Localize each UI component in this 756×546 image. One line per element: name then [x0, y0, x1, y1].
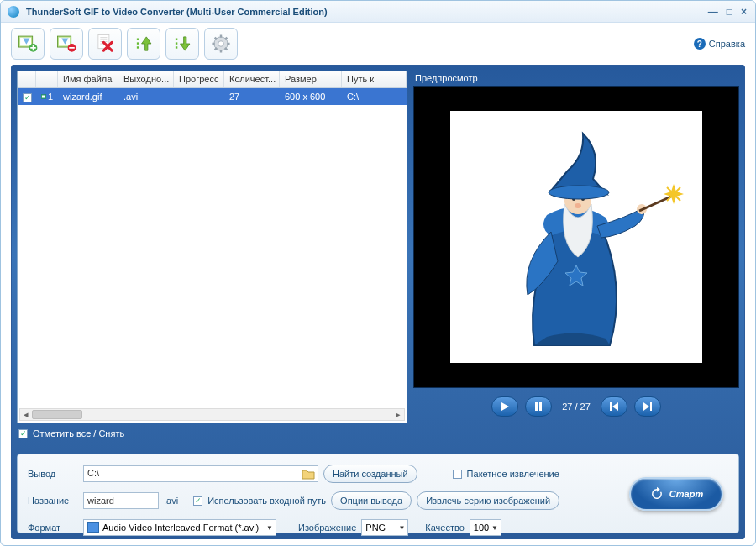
row-checkbox[interactable] — [23, 93, 32, 102]
svg-rect-14 — [176, 42, 177, 44]
row-size: 600 x 600 — [280, 90, 342, 103]
check-all-label[interactable]: Отметить все / Снять — [33, 428, 124, 438]
frame-counter: 27 / 27 — [562, 402, 591, 412]
col-num[interactable] — [36, 71, 58, 87]
row-progress — [174, 95, 224, 98]
file-list-pane: Имя файла Выходно... Прогресс Количест..… — [17, 71, 407, 423]
check-all-checkbox[interactable] — [18, 429, 28, 438]
titlebar: ThunderSoft GIF to Video Converter (Mult… — [1, 1, 755, 23]
format-combo[interactable]: Audio Video Interleaved Format (*.avi) — [83, 519, 276, 536]
app-window: ThunderSoft GIF to Video Converter (Mult… — [0, 0, 756, 546]
batch-extract-checkbox[interactable] — [453, 470, 462, 479]
row-filename: wizard.gif — [58, 90, 118, 103]
window-title: ThunderSoft GIF to Video Converter (Mult… — [26, 7, 328, 17]
scroll-right-icon[interactable]: ▸ — [392, 409, 404, 420]
svg-rect-10 — [137, 42, 139, 44]
play-button[interactable] — [491, 396, 518, 417]
svg-marker-34 — [643, 402, 649, 411]
toolbar: ? Справка — [1, 23, 755, 65]
table-row[interactable]: 1 wizard.gif .avi 27 600 x 600 C:\ — [18, 88, 407, 105]
close-button[interactable]: × — [739, 6, 748, 18]
col-count[interactable]: Количест... — [224, 71, 280, 87]
next-frame-button[interactable] — [634, 396, 661, 417]
svg-rect-33 — [650, 402, 652, 411]
clear-list-button[interactable] — [88, 28, 122, 60]
name-input[interactable] — [83, 492, 159, 509]
col-path[interactable]: Путь к — [342, 71, 407, 87]
start-label: Старт — [669, 489, 703, 499]
maximize-button[interactable]: □ — [725, 6, 734, 18]
remove-file-button[interactable] — [50, 28, 83, 60]
svg-marker-16 — [181, 37, 190, 50]
svg-marker-32 — [612, 402, 618, 411]
svg-line-22 — [639, 196, 673, 211]
help-label: Справка — [709, 39, 745, 49]
name-label: Название — [28, 496, 76, 506]
format-label: Формат — [28, 522, 76, 533]
output-options-button[interactable]: Опции вывода — [331, 491, 412, 510]
svg-point-18 — [218, 41, 224, 47]
svg-rect-11 — [137, 46, 139, 48]
table-header: Имя файла Выходно... Прогресс Количест..… — [18, 71, 407, 88]
image-format-combo[interactable]: PNG — [361, 519, 408, 536]
prev-frame-button[interactable] — [601, 396, 627, 417]
format-avi-icon — [87, 522, 99, 533]
col-output[interactable]: Выходно... — [118, 71, 174, 87]
add-file-button[interactable] — [11, 28, 45, 60]
svg-rect-20 — [42, 96, 45, 98]
file-type-icon — [41, 92, 46, 102]
svg-point-26 — [575, 203, 581, 208]
svg-rect-30 — [539, 402, 542, 411]
col-progress[interactable]: Прогресс — [174, 71, 224, 87]
scroll-thumb[interactable] — [32, 410, 82, 419]
quality-label: Качество — [425, 522, 465, 533]
image-format-label: Изображение — [298, 522, 356, 533]
browse-folder-icon[interactable] — [302, 468, 315, 480]
svg-rect-31 — [610, 402, 612, 411]
help-icon: ? — [694, 38, 706, 50]
col-check[interactable] — [18, 71, 36, 87]
use-input-path-checkbox[interactable] — [193, 496, 202, 506]
check-all-row: Отметить все / Снять — [18, 428, 124, 438]
svg-rect-15 — [176, 46, 177, 48]
svg-point-27 — [549, 186, 609, 199]
quality-combo[interactable]: 100 — [470, 519, 501, 536]
use-input-path-label[interactable]: Использовать входной путь — [207, 496, 326, 506]
scroll-left-icon[interactable]: ◂ — [20, 409, 32, 420]
pause-button[interactable] — [525, 396, 552, 417]
horizontal-scrollbar[interactable]: ◂ ▸ — [19, 408, 405, 421]
svg-rect-29 — [535, 402, 538, 411]
preview-pane: Предпросмотр — [413, 71, 739, 423]
move-down-button[interactable] — [165, 28, 199, 60]
svg-marker-12 — [142, 37, 151, 50]
refresh-icon — [649, 486, 664, 501]
preview-image — [450, 111, 702, 363]
output-settings-panel: Вывод C:\ Найти созданный Пакетное извле… — [17, 454, 739, 533]
output-label: Вывод — [28, 469, 76, 479]
name-ext: .avi — [164, 496, 178, 506]
row-num: 1 — [48, 92, 53, 102]
svg-marker-28 — [501, 402, 509, 411]
svg-rect-9 — [137, 39, 139, 40]
row-count: 27 — [224, 90, 280, 103]
move-up-button[interactable] — [127, 28, 160, 60]
app-logo-icon — [8, 6, 19, 18]
wizard-illustration — [467, 118, 685, 355]
preview-box — [413, 86, 739, 388]
col-size[interactable]: Размер — [280, 71, 342, 87]
col-filename[interactable]: Имя файла — [58, 71, 118, 87]
preview-label: Предпросмотр — [413, 71, 739, 86]
settings-button[interactable] — [204, 28, 238, 60]
batch-extract-label[interactable]: Пакетное извлечение — [467, 469, 559, 479]
start-button[interactable]: Старт — [629, 477, 723, 511]
main-body: Имя файла Выходно... Прогресс Количест..… — [11, 65, 745, 539]
minimize-button[interactable]: — — [706, 6, 720, 18]
find-created-button[interactable]: Найти созданный — [323, 465, 417, 483]
svg-rect-13 — [176, 39, 177, 40]
row-path: C:\ — [342, 90, 407, 103]
player-controls: 27 / 27 — [413, 396, 739, 417]
row-output: .avi — [118, 90, 174, 103]
help-link[interactable]: ? Справка — [694, 38, 745, 50]
extract-series-button[interactable]: Извлечь серию изображений — [417, 491, 559, 510]
output-path-field[interactable]: C:\ — [83, 465, 318, 482]
